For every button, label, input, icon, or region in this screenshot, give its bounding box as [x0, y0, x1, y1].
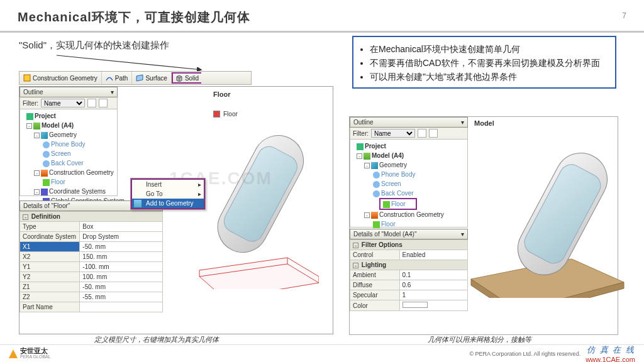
- right-screenshot: Outline▾ Filter: Name Project -Model (A4…: [349, 116, 618, 335]
- path-button[interactable]: Path: [102, 72, 133, 84]
- filter-row-r[interactable]: Filter: Name: [350, 128, 468, 140]
- caption-right: 几何体可以用来网格划分，接触等: [428, 335, 531, 344]
- legend-item: Floor: [213, 111, 238, 118]
- copyright: © PERA Corporation Ltd. All rights reser…: [469, 351, 580, 357]
- viewport-3d-r[interactable]: Model: [468, 117, 618, 334]
- ribbon-toolbar: Construction Geometry Path Surface Solid: [19, 71, 252, 85]
- model-tree-r[interactable]: Project -Model (A4) -Geometry Phone Body…: [350, 140, 468, 228]
- page-number: 7: [622, 11, 626, 20]
- model-tree[interactable]: Project -Model (A4) -Geometry Phone Body…: [19, 109, 118, 196]
- solid-button[interactable]: Solid: [172, 72, 201, 84]
- details-table-r[interactable]: - Filter Options ControlEnabled - Lighti…: [350, 239, 468, 311]
- details-table[interactable]: - Definition TypeBox Coordinate SystemDr…: [19, 211, 163, 312]
- bullets-box: 在Mechanical环境中快速创建简单几何 不需要再借助CAD软件，不需要再来…: [352, 36, 616, 89]
- page-title: Mechanical环境下，可直接创建几何体: [18, 9, 644, 26]
- viewport-title-r: Model: [474, 119, 494, 127]
- caption-left: 定义模型尺寸，右键增加其为真实几何体: [94, 335, 219, 344]
- construction-geometry-button[interactable]: Construction Geometry: [19, 72, 102, 84]
- details-header-r: Details of "Model (A4)"▾: [350, 229, 468, 239]
- ctx-insert[interactable]: Insert▸: [132, 180, 204, 189]
- viewport-title: Floor: [213, 90, 231, 98]
- site-url: www.1CAE.com: [586, 356, 635, 363]
- site-tag: 仿 真 在 线: [586, 344, 635, 356]
- ctx-add-to-geometry[interactable]: Add to Geometry: [132, 199, 204, 208]
- filter-select[interactable]: Name: [41, 99, 85, 107]
- surface-button[interactable]: Surface: [132, 72, 171, 84]
- outline-header: Outline▾: [19, 87, 118, 97]
- filter-select-r[interactable]: Name: [371, 129, 415, 138]
- filter-row[interactable]: Filter: Name: [19, 97, 118, 109]
- triangle-icon: [9, 349, 18, 358]
- geometry-icon: [134, 200, 142, 207]
- svg-rect-0: [24, 75, 30, 81]
- expand-icon[interactable]: [99, 99, 108, 107]
- filter-icon[interactable]: [87, 99, 96, 107]
- footer: 安世亚太PERA GLOBAL © PERA Corporation Ltd. …: [0, 344, 644, 362]
- viewport-3d[interactable]: Floor Floor 1CAE.COM: [163, 87, 333, 334]
- subtitle: "Solid"，实现几何体的快速创建操作: [19, 40, 169, 52]
- brand-logo: 安世亚太PERA GLOBAL: [9, 348, 51, 359]
- context-menu[interactable]: Insert▸ Go To▸ Add to Geometry: [130, 178, 206, 210]
- outline-header-r: Outline▾: [350, 117, 468, 128]
- ctx-goto[interactable]: Go To▸: [132, 189, 204, 199]
- left-screenshot: Outline▾ Filter: Name Project -Model (A4…: [19, 86, 333, 334]
